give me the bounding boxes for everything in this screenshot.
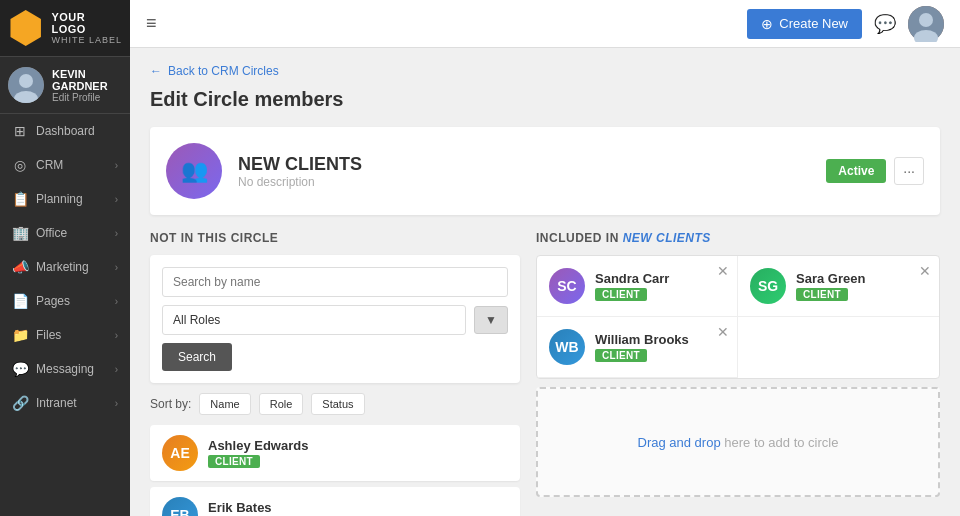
- circle-header: 👥 NEW CLIENTS No description Active ···: [150, 127, 940, 215]
- nav-left: 📄 Pages: [12, 293, 70, 309]
- hamburger-icon[interactable]: ≡: [146, 13, 157, 34]
- nav-left: 📁 Files: [12, 327, 61, 343]
- nav-label-dashboard: Dashboard: [36, 124, 95, 138]
- included-member-info: William Brooks CLIENT: [595, 332, 689, 362]
- member-name: Erik Bates: [208, 500, 272, 515]
- nav-icon-crm: ◎: [12, 157, 28, 173]
- list-item[interactable]: EB Erik Bates CLIENT: [150, 487, 520, 516]
- drop-zone[interactable]: Drag and drop here to add to circle: [536, 387, 940, 497]
- left-column: NOT IN THIS CIRCLE All Roles ▼ Search So…: [150, 231, 520, 516]
- circle-info: NEW CLIENTS No description: [238, 154, 810, 189]
- included-member-item: SC Sandra Carr CLIENT ✕: [537, 256, 738, 317]
- sortby-row: Sort by: Name Role Status: [150, 393, 520, 415]
- nav-icon-dashboard: ⊞: [12, 123, 28, 139]
- role-select-row: All Roles ▼: [162, 305, 508, 335]
- nav-arrow-pages: ›: [115, 296, 118, 307]
- nav-left: 🏢 Office: [12, 225, 67, 241]
- topbar: ≡ ⊕ Create New 💬: [130, 0, 960, 48]
- included-circle-name: NEW CLIENTS: [623, 231, 711, 245]
- search-input[interactable]: [162, 267, 508, 297]
- sidebar-item-dashboard[interactable]: ⊞ Dashboard: [0, 114, 130, 148]
- included-members-grid: SC Sandra Carr CLIENT ✕ SG Sara Green CL…: [536, 255, 940, 379]
- role-select[interactable]: All Roles: [162, 305, 466, 335]
- included-member-name: William Brooks: [595, 332, 689, 347]
- member-avatar: EB: [162, 497, 198, 516]
- member-info: Erik Bates CLIENT: [208, 500, 272, 516]
- remove-member-button[interactable]: ✕: [717, 325, 729, 339]
- nav-label-pages: Pages: [36, 294, 70, 308]
- nav-label-files: Files: [36, 328, 61, 342]
- included-member-item: SG Sara Green CLIENT ✕: [738, 256, 939, 317]
- member-name: Ashley Edwards: [208, 438, 308, 453]
- user-profile-area[interactable]: KEVIN GARDNER Edit Profile: [0, 57, 130, 114]
- nav-left: ⊞ Dashboard: [12, 123, 95, 139]
- create-new-label: Create New: [779, 16, 848, 31]
- messages-icon[interactable]: 💬: [874, 13, 896, 35]
- sidebar: YOUR LOGO WHITE LABEL KEVIN GARDNER Edit…: [0, 0, 130, 516]
- create-new-icon: ⊕: [761, 16, 773, 32]
- included-member-name: Sara Green: [796, 271, 865, 286]
- sort-by-status-button[interactable]: Status: [311, 393, 364, 415]
- nav-label-marketing: Marketing: [36, 260, 89, 274]
- nav-icon-intranet: 🔗: [12, 395, 28, 411]
- nav-left: 📣 Marketing: [12, 259, 89, 275]
- content-area: ← Back to CRM Circles Edit Circle member…: [130, 48, 960, 516]
- member-info: Ashley Edwards CLIENT: [208, 438, 308, 468]
- breadcrumb[interactable]: ← Back to CRM Circles: [150, 64, 940, 78]
- nav-icon-office: 🏢: [12, 225, 28, 241]
- svg-point-4: [919, 13, 933, 27]
- sidebar-item-office[interactable]: 🏢 Office ›: [0, 216, 130, 250]
- nav-arrow-intranet: ›: [115, 398, 118, 409]
- sort-by-name-button[interactable]: Name: [199, 393, 250, 415]
- nav-icon-files: 📁: [12, 327, 28, 343]
- included-member-avatar: WB: [549, 329, 585, 365]
- nav-arrow-crm: ›: [115, 160, 118, 171]
- nav-left: 🔗 Intranet: [12, 395, 77, 411]
- drop-zone-text-2: here to add to circle: [721, 435, 839, 450]
- sidebar-item-planning[interactable]: 📋 Planning ›: [0, 182, 130, 216]
- included-member-avatar: SC: [549, 268, 585, 304]
- brand-sub: WHITE LABEL: [51, 35, 122, 45]
- circle-actions: Active ···: [826, 157, 924, 185]
- included-member-info: Sara Green CLIENT: [796, 271, 865, 301]
- sidebar-item-messaging[interactable]: 💬 Messaging ›: [0, 352, 130, 386]
- breadcrumb-arrow: ←: [150, 64, 162, 78]
- edit-profile-link[interactable]: Edit Profile: [52, 92, 122, 103]
- create-new-button[interactable]: ⊕ Create New: [747, 9, 862, 39]
- brand-name: YOUR LOGO: [51, 11, 122, 35]
- sidebar-item-crm[interactable]: ◎ CRM ›: [0, 148, 130, 182]
- remove-member-button[interactable]: ✕: [717, 264, 729, 278]
- right-column: INCLUDED IN NEW CLIENTS SC Sandra Carr C…: [536, 231, 940, 516]
- sidebar-item-files[interactable]: 📁 Files ›: [0, 318, 130, 352]
- nav-label-intranet: Intranet: [36, 396, 77, 410]
- included-member-item: WB William Brooks CLIENT ✕: [537, 317, 738, 378]
- member-avatar: AE: [162, 435, 198, 471]
- not-in-circle-list: AE Ashley Edwards CLIENT EB Erik Bates C…: [150, 425, 520, 516]
- sidebar-item-intranet[interactable]: 🔗 Intranet ›: [0, 386, 130, 420]
- circle-icon: 👥: [166, 143, 222, 199]
- sort-by-role-button[interactable]: Role: [259, 393, 304, 415]
- nav-left: 📋 Planning: [12, 191, 83, 207]
- nav-label-crm: CRM: [36, 158, 63, 172]
- main-area: ≡ ⊕ Create New 💬 ← Back to CRM Circles: [130, 0, 960, 516]
- sidebar-nav: ⊞ Dashboard ◎ CRM › 📋 Planning › 🏢 Offic…: [0, 114, 130, 516]
- role-dropdown-button[interactable]: ▼: [474, 306, 508, 334]
- drag-drop-text: Drag and drop: [638, 435, 721, 450]
- list-item[interactable]: AE Ashley Edwards CLIENT: [150, 425, 520, 481]
- left-section-title: NOT IN THIS CIRCLE: [150, 231, 520, 245]
- user-info: KEVIN GARDNER Edit Profile: [52, 68, 122, 103]
- more-options-button[interactable]: ···: [894, 157, 924, 185]
- nav-left: 💬 Messaging: [12, 361, 94, 377]
- nav-arrow-marketing: ›: [115, 262, 118, 273]
- included-role-tag: CLIENT: [595, 288, 647, 301]
- user-name: KEVIN GARDNER: [52, 68, 122, 92]
- remove-member-button[interactable]: ✕: [919, 264, 931, 278]
- sidebar-item-pages[interactable]: 📄 Pages ›: [0, 284, 130, 318]
- search-button[interactable]: Search: [162, 343, 232, 371]
- included-title-prefix: INCLUDED IN: [536, 231, 623, 245]
- sidebar-item-marketing[interactable]: 📣 Marketing ›: [0, 250, 130, 284]
- active-badge: Active: [826, 159, 886, 183]
- topbar-left: ≡: [146, 13, 157, 34]
- user-avatar-topbar[interactable]: [908, 6, 944, 42]
- included-member-info: Sandra Carr CLIENT: [595, 271, 669, 301]
